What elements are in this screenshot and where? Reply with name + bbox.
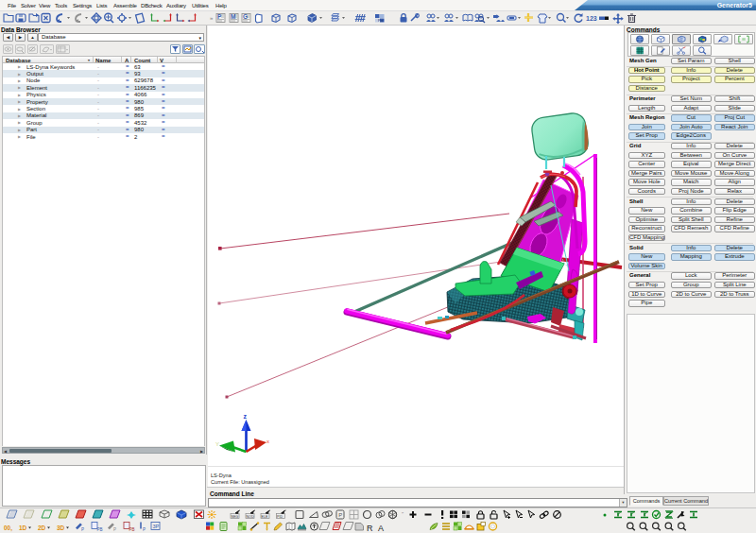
svg-text:x: x xyxy=(266,438,269,444)
svg-text:P: P xyxy=(338,512,342,518)
svg-text:R: R xyxy=(367,524,373,533)
svg-text:1D: 1D xyxy=(19,524,27,531)
svg-text:”: ” xyxy=(402,511,404,517)
svg-text:3D: 3D xyxy=(57,524,65,531)
svg-text:Y: Y xyxy=(215,441,219,447)
svg-text:Pid: Pid xyxy=(378,18,384,23)
svg-text:P: P xyxy=(143,527,146,532)
svg-text:G: G xyxy=(243,13,248,20)
svg-text:SEG: SEG xyxy=(232,515,239,519)
svg-text:00,: 00, xyxy=(4,524,12,532)
svg-text:PB: PB xyxy=(129,527,135,532)
svg-text:z: z xyxy=(244,413,248,420)
svg-text:ELE: ELE xyxy=(262,515,268,519)
svg-text:2D: 2D xyxy=(38,524,46,531)
svg-text:123: 123 xyxy=(586,15,597,22)
svg-text:P: P xyxy=(113,527,116,532)
svg-text:P: P xyxy=(81,527,84,532)
svg-text:M: M xyxy=(231,13,235,20)
svg-text:3P: 3P xyxy=(153,524,160,529)
svg-text:P: P xyxy=(217,13,222,20)
svg-text:A: A xyxy=(378,524,384,533)
svg-text:»: » xyxy=(210,15,214,21)
svg-text:NOD: NOD xyxy=(247,515,254,519)
svg-text:PB: PB xyxy=(97,527,103,532)
svg-text:PID: PID xyxy=(277,515,283,519)
